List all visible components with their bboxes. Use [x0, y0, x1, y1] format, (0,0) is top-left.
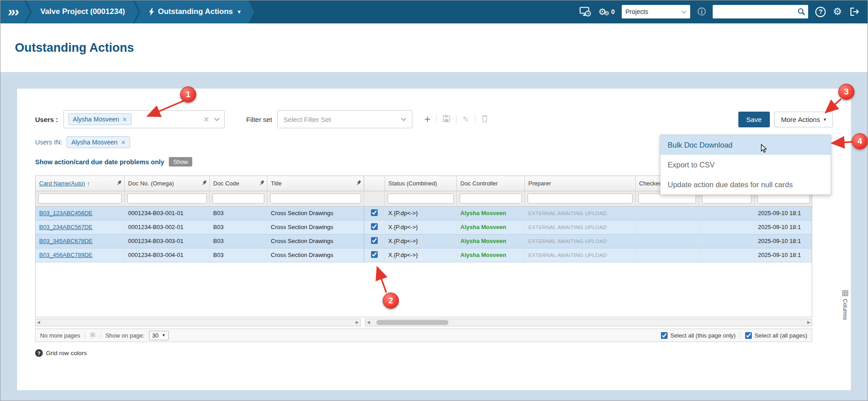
filter-set-label: Filter set: [246, 116, 272, 123]
filter-extra[interactable]: [702, 194, 751, 203]
app-logo[interactable]: »›: [0, 0, 30, 23]
filter-title[interactable]: [270, 194, 361, 203]
filter-due-date[interactable]: [757, 194, 810, 203]
filter-set-select[interactable]: Select Filter Set: [277, 110, 412, 128]
background-jobs-icon[interactable]: ⚙⚙ 0: [598, 7, 615, 16]
help-icon[interactable]: ?: [815, 7, 826, 17]
col-header-checkbox: [364, 176, 384, 191]
more-actions-menu: Bulk Doc Download Export to CSV Update a…: [660, 135, 831, 195]
scroll-left-icon[interactable]: ◀: [367, 320, 370, 324]
scroll-left-icon[interactable]: ◀: [37, 320, 40, 324]
row-checkbox[interactable]: [371, 223, 378, 230]
title-cell: Cross Section Drawings: [267, 234, 364, 248]
select-all-pages-checkbox[interactable]: [745, 332, 752, 339]
title-cell: Cross Section Drawings: [267, 220, 364, 234]
question-circle-icon[interactable]: ?: [35, 349, 43, 357]
filter-card-name[interactable]: [38, 194, 122, 203]
menu-item-export-to-csv[interactable]: Export to CSV: [660, 155, 831, 175]
save-filter-set-icon[interactable]: [443, 115, 450, 124]
filter-preparer[interactable]: [528, 194, 633, 203]
chevron-down-icon: ▾: [238, 9, 240, 15]
more-actions-button[interactable]: More Actions ▾: [774, 112, 833, 127]
table-row[interactable]: B03_123ABC456DE 0001234-B03-001-01 B03 C…: [36, 206, 812, 220]
table-row[interactable]: B03_456ABC789DE 0001234-B03-004-01 B03 C…: [36, 248, 812, 262]
clear-users-icon[interactable]: ✕: [199, 115, 213, 124]
pin-icon[interactable]: [202, 180, 207, 187]
col-header-title[interactable]: Title: [267, 176, 364, 191]
chevron-down-icon[interactable]: [214, 117, 220, 121]
select-all-controls: Select all (this page only) Select all (…: [661, 332, 807, 339]
show-button[interactable]: Show: [169, 157, 193, 167]
filter-toolbar: Users : Alysha Mosveen ✕ ✕ Filter set Se…: [35, 110, 833, 128]
scroll-right-icon[interactable]: ▶: [356, 320, 359, 324]
col-header-doc-code[interactable]: Doc Code: [209, 176, 267, 191]
doc-code-cell: B03: [209, 206, 267, 220]
doc-no-cell: 0001234-B03-002-01: [124, 220, 209, 234]
pin-icon[interactable]: [260, 180, 265, 187]
save-button[interactable]: Save: [738, 112, 770, 127]
card-link[interactable]: B03_123ABC456DE: [39, 210, 93, 216]
frozen-scrollbar[interactable]: ◀ ▶: [35, 319, 361, 326]
main-scrollbar[interactable]: ◀ ▶: [365, 319, 812, 326]
filter-doc-controller[interactable]: [460, 194, 522, 203]
add-filter-set-icon[interactable]: +: [424, 114, 430, 125]
pin-icon[interactable]: [357, 180, 362, 187]
delete-filter-set-icon[interactable]: [481, 115, 488, 124]
search-icon[interactable]: [797, 8, 805, 16]
row-checkbox[interactable]: [371, 209, 378, 216]
row-checkbox[interactable]: [371, 251, 378, 258]
settings-gear-icon[interactable]: ⚙: [833, 7, 842, 17]
recent-screens-icon[interactable]: [579, 7, 591, 17]
breadcrumb-project[interactable]: Valve Project (0001234): [26, 0, 139, 23]
card-link[interactable]: B03_234ABC567DE: [39, 224, 93, 230]
no-more-pages-label: No more pages: [40, 332, 80, 339]
grid-row-colors-label[interactable]: Grid row colors: [46, 350, 87, 356]
table-row[interactable]: B03_234ABC567DE 0001234-B03-002-01 B03 C…: [36, 220, 812, 234]
filter-checker[interactable]: [638, 194, 696, 203]
col-header-doc-no[interactable]: Doc No. (Omega): [124, 176, 209, 191]
scope-select[interactable]: Projects: [622, 5, 690, 18]
card-link[interactable]: B03_456ABC789DE: [39, 252, 93, 258]
col-header-preparer[interactable]: Preparer: [524, 176, 635, 191]
logout-icon[interactable]: [849, 7, 860, 17]
due-date-problems-link[interactable]: Show action/card due date problems only: [35, 158, 164, 166]
breadcrumb-page[interactable]: Outstanding Actions ▾: [135, 0, 254, 23]
page-size-value: 30: [152, 332, 158, 339]
select-all-page-checkbox[interactable]: [661, 332, 668, 339]
doc-controller-cell: Alysha Mosveen: [461, 238, 506, 244]
global-search: [713, 5, 808, 18]
checker-cell: [635, 206, 699, 220]
chevron-down-icon: [401, 117, 407, 121]
scrollbar-thumb[interactable]: [376, 320, 448, 325]
columns-tab-label: Columns: [842, 299, 848, 320]
columns-panel-tab[interactable]: Columns: [842, 290, 848, 320]
menu-item-bulk-doc-download[interactable]: Bulk Doc Download: [660, 135, 831, 155]
edit-filter-set-icon[interactable]: ✎: [462, 115, 469, 124]
global-search-input[interactable]: [716, 8, 797, 15]
due-date-cell: 2025-09-10 18:1: [754, 234, 812, 248]
pin-icon[interactable]: [117, 180, 122, 187]
filter-set-placeholder: Select Filter Set: [283, 116, 331, 123]
doc-no-cell: 0001234-B03-003-01: [124, 234, 209, 248]
card-link[interactable]: B03_345ABC678DE: [39, 238, 93, 244]
page-size-select[interactable]: 30 ▼: [149, 331, 169, 340]
scroll-right-icon[interactable]: ▶: [807, 320, 810, 324]
users-multiselect[interactable]: Alysha Mosveen ✕ ✕: [63, 110, 225, 128]
table-row[interactable]: B03_345ABC678DE 0001234-B03-003-01 B03 C…: [36, 234, 812, 248]
filter-status[interactable]: [388, 194, 454, 203]
col-header-status[interactable]: Status (Combined): [384, 176, 457, 191]
title-cell: Cross Section Drawings: [267, 248, 364, 262]
callout-4: 4: [852, 133, 868, 149]
info-icon[interactable]: ⓘ: [697, 6, 705, 17]
menu-item-update-due-dates[interactable]: Update action due dates for null cards: [660, 175, 831, 194]
extra-cell: [699, 248, 754, 262]
col-header-doc-controller[interactable]: Doc Controller: [457, 176, 524, 191]
remove-user-tag-icon[interactable]: ✕: [122, 116, 127, 123]
col-header-card-name[interactable]: Card Name(Auto)↑: [36, 176, 124, 191]
doc-controller-cell: Alysha Mosveen: [461, 224, 506, 230]
refresh-icon[interactable]: [90, 332, 96, 339]
filter-doc-code[interactable]: [212, 194, 264, 203]
filter-doc-no[interactable]: [127, 194, 207, 203]
remove-users-in-tag-icon[interactable]: ✕: [121, 139, 126, 146]
row-checkbox[interactable]: [371, 237, 378, 244]
